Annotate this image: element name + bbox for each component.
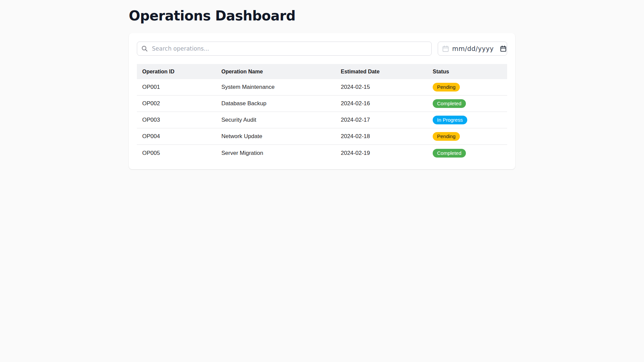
column-header-operation-name: Operation Name bbox=[216, 69, 335, 75]
calendar-icon bbox=[442, 45, 449, 52]
cell-estimated-date: 2024-02-15 bbox=[335, 84, 427, 90]
cell-estimated-date: 2024-02-19 bbox=[335, 150, 427, 157]
column-header-operation-id: Operation ID bbox=[137, 69, 216, 75]
column-header-estimated-date: Estimated Date bbox=[335, 69, 427, 75]
cell-operation-id: OP003 bbox=[137, 117, 216, 123]
search-input[interactable] bbox=[137, 42, 432, 56]
table-header-row: Operation ID Operation Name Estimated Da… bbox=[137, 64, 507, 79]
cell-estimated-date: 2024-02-18 bbox=[335, 133, 427, 140]
table-row: OP001 System Maintenance 2024-02-15 Pend… bbox=[137, 79, 507, 96]
cell-operation-name: System Maintenance bbox=[216, 84, 335, 90]
cell-status: In Progress bbox=[427, 116, 507, 124]
operations-table: Operation ID Operation Name Estimated Da… bbox=[137, 64, 507, 161]
toolbar: mm/dd/yyyy bbox=[137, 42, 507, 56]
cell-estimated-date: 2024-02-17 bbox=[335, 117, 427, 123]
status-badge: Pending bbox=[433, 132, 460, 141]
main-content: Operations Dashboard bbox=[129, 0, 515, 169]
cell-operation-name: Security Audit bbox=[216, 117, 335, 123]
cell-operation-id: OP002 bbox=[137, 100, 216, 107]
date-input[interactable]: mm/dd/yyyy bbox=[438, 42, 507, 56]
cell-operation-name: Database Backup bbox=[216, 100, 335, 107]
table-body: OP001 System Maintenance 2024-02-15 Pend… bbox=[137, 79, 507, 161]
cell-status: Completed bbox=[427, 99, 507, 108]
date-placeholder: mm/dd/yyyy bbox=[452, 45, 494, 52]
table-row: OP003 Security Audit 2024-02-17 In Progr… bbox=[137, 112, 507, 128]
cell-status: Completed bbox=[427, 149, 507, 158]
table-row: OP005 Server Migration 2024-02-19 Comple… bbox=[137, 145, 507, 161]
column-header-status: Status bbox=[427, 69, 507, 75]
cell-operation-id: OP005 bbox=[137, 150, 216, 157]
cell-operation-id: OP001 bbox=[137, 84, 216, 90]
status-badge: In Progress bbox=[433, 116, 467, 124]
cell-operation-name: Network Update bbox=[216, 133, 335, 140]
search-box bbox=[137, 42, 432, 56]
calendar-picker-icon[interactable] bbox=[500, 45, 507, 52]
status-badge: Completed bbox=[433, 149, 466, 158]
table-row: OP002 Database Backup 2024-02-16 Complet… bbox=[137, 96, 507, 112]
status-badge: Completed bbox=[433, 99, 466, 108]
dashboard-card: mm/dd/yyyy Operation ID Operation Name E… bbox=[129, 33, 515, 169]
table-row: OP004 Network Update 2024-02-18 Pending bbox=[137, 128, 507, 145]
cell-estimated-date: 2024-02-16 bbox=[335, 100, 427, 107]
cell-status: Pending bbox=[427, 132, 507, 141]
cell-operation-id: OP004 bbox=[137, 133, 216, 140]
cell-operation-name: Server Migration bbox=[216, 150, 335, 157]
page-title: Operations Dashboard bbox=[129, 0, 515, 24]
cell-status: Pending bbox=[427, 83, 507, 92]
status-badge: Pending bbox=[433, 83, 460, 92]
